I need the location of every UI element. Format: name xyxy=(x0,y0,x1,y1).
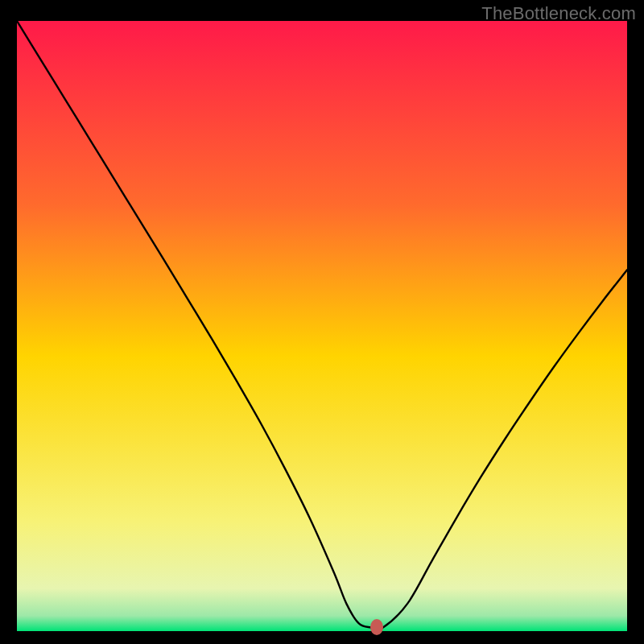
chart-frame: TheBottleneck.com xyxy=(0,0,644,644)
svg-rect-0 xyxy=(17,21,627,631)
gradient-background xyxy=(17,21,627,631)
plot-area xyxy=(17,21,627,631)
